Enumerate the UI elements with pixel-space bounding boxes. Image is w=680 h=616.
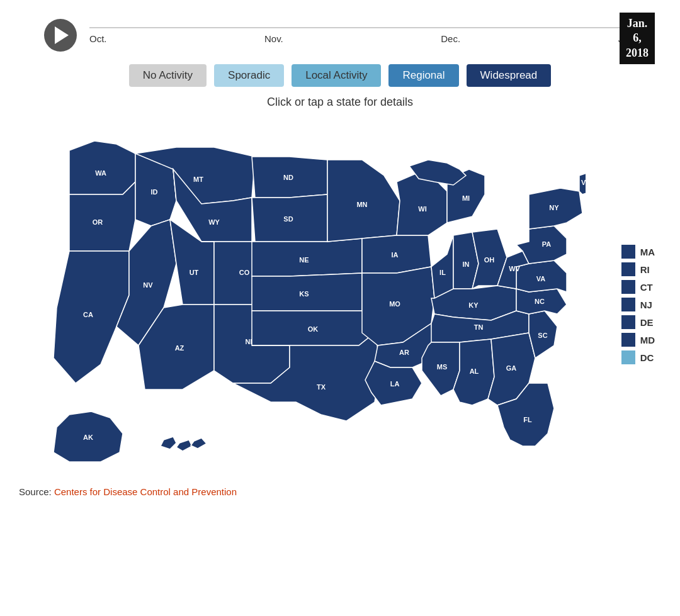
timeline-section: Jan. 6, 2018 Oct. Nov. Dec. Jan. xyxy=(19,19,661,52)
legend-regional[interactable]: Regional xyxy=(388,64,458,87)
legend-no-activity[interactable]: No Activity xyxy=(129,64,207,87)
state-sd[interactable] xyxy=(252,194,327,242)
us-map[interactable]: .state { fill: #1e3a6e; stroke: white; s… xyxy=(19,119,586,478)
state-mn[interactable] xyxy=(327,160,400,242)
small-state-box-md xyxy=(621,333,635,347)
small-state-label-ct: CT xyxy=(640,282,653,293)
small-state-label-nj: NJ xyxy=(640,300,652,310)
legend-section: No Activity Sporadic Local Activity Regi… xyxy=(19,64,661,87)
timeline-track[interactable]: Oct. Nov. Dec. Jan. xyxy=(89,27,636,44)
small-state-ri[interactable]: RI xyxy=(621,262,655,276)
state-ia[interactable] xyxy=(362,235,431,273)
timeline-labels: Oct. Nov. Dec. Jan. xyxy=(89,33,636,44)
state-wa[interactable] xyxy=(69,141,135,194)
state-il[interactable] xyxy=(431,235,453,298)
small-state-dc[interactable]: DC xyxy=(621,350,655,364)
small-state-box-ma xyxy=(621,245,635,259)
small-state-box-nj xyxy=(621,298,635,311)
timeline-label-nov: Nov. xyxy=(264,33,283,44)
small-state-nj[interactable]: NJ xyxy=(621,298,655,311)
state-ak[interactable] xyxy=(54,412,123,462)
state-ny[interactable] xyxy=(529,188,582,229)
click-instruction: Click or tap a state for details xyxy=(19,96,661,109)
state-ca[interactable] xyxy=(54,251,129,383)
small-state-label-md: MD xyxy=(640,335,655,345)
small-state-label-dc: DC xyxy=(640,352,654,363)
source-label: Source: xyxy=(19,486,52,497)
small-state-box-de xyxy=(621,315,635,329)
legend-sporadic[interactable]: Sporadic xyxy=(214,64,284,87)
state-nd[interactable] xyxy=(252,157,327,198)
small-state-box-ri xyxy=(621,262,635,276)
source-link[interactable]: Centers for Disease Control and Preventi… xyxy=(54,486,237,497)
state-hi2[interactable] xyxy=(176,440,192,451)
small-state-de[interactable]: DE xyxy=(621,315,655,329)
play-button[interactable] xyxy=(44,19,77,52)
small-state-ma[interactable]: MA xyxy=(621,245,655,259)
timeline-line xyxy=(89,27,636,28)
state-vt[interactable] xyxy=(579,172,586,194)
state-al[interactable] xyxy=(453,339,494,405)
small-state-label-ri: RI xyxy=(640,264,650,275)
small-state-box-ct xyxy=(621,280,635,294)
timeline-label-dec: Dec. xyxy=(441,33,460,44)
small-state-box-dc xyxy=(621,350,635,364)
state-hi3[interactable] xyxy=(191,438,207,449)
state-ok[interactable] xyxy=(252,311,375,345)
state-sc[interactable] xyxy=(529,311,557,358)
map-container: .state { fill: #1e3a6e; stroke: white; s… xyxy=(19,119,661,478)
small-state-label-de: DE xyxy=(640,317,654,328)
state-ks[interactable] xyxy=(252,273,362,311)
small-states-legend: MA RI CT NJ DE MD xyxy=(621,245,655,364)
timeline-controls: Oct. Nov. Dec. Jan. xyxy=(44,19,636,52)
source-line: Source: Centers for Disease Control and … xyxy=(19,486,661,497)
legend-widespread[interactable]: Widespread xyxy=(467,64,552,87)
state-nc[interactable] xyxy=(516,289,567,314)
state-ne[interactable] xyxy=(252,238,362,276)
timeline-label-oct: Oct. xyxy=(89,33,107,44)
play-icon xyxy=(55,26,69,44)
small-state-md[interactable]: MD xyxy=(621,333,655,347)
state-hi[interactable] xyxy=(161,437,176,449)
legend-local-activity[interactable]: Local Activity xyxy=(292,64,381,87)
date-badge: Jan. 6, 2018 xyxy=(620,13,655,64)
small-state-ct[interactable]: CT xyxy=(621,280,655,294)
small-state-label-ma: MA xyxy=(640,247,655,257)
